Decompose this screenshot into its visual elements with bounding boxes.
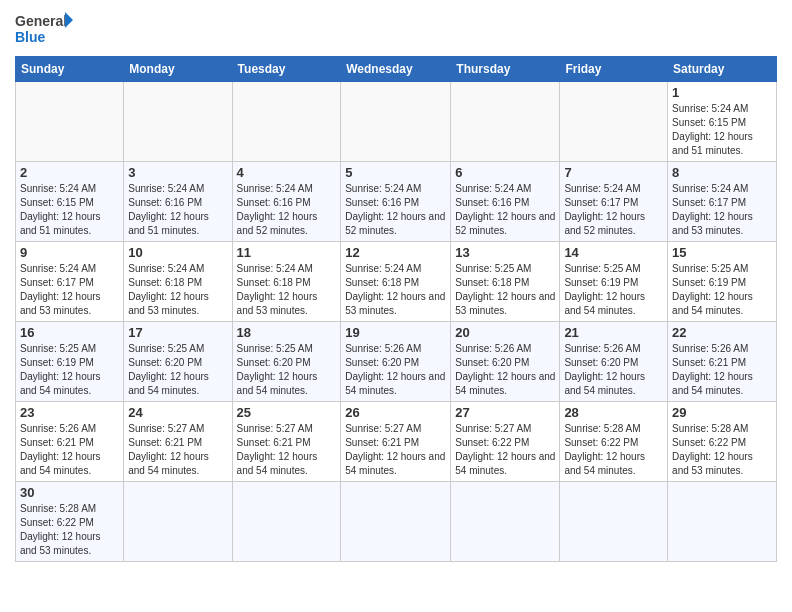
- calendar-cell: [232, 482, 341, 562]
- day-number: 25: [237, 405, 337, 420]
- day-number: 4: [237, 165, 337, 180]
- calendar-cell: 4Sunrise: 5:24 AM Sunset: 6:16 PM Daylig…: [232, 162, 341, 242]
- day-info: Sunrise: 5:24 AM Sunset: 6:15 PM Dayligh…: [20, 182, 119, 238]
- calendar-cell: 2Sunrise: 5:24 AM Sunset: 6:15 PM Daylig…: [16, 162, 124, 242]
- calendar-cell: 22Sunrise: 5:26 AM Sunset: 6:21 PM Dayli…: [668, 322, 777, 402]
- calendar-cell: [451, 482, 560, 562]
- day-number: 21: [564, 325, 663, 340]
- calendar-cell: [560, 82, 668, 162]
- day-info: Sunrise: 5:24 AM Sunset: 6:16 PM Dayligh…: [455, 182, 555, 238]
- day-info: Sunrise: 5:26 AM Sunset: 6:21 PM Dayligh…: [672, 342, 772, 398]
- day-info: Sunrise: 5:24 AM Sunset: 6:17 PM Dayligh…: [20, 262, 119, 318]
- calendar-cell: 23Sunrise: 5:26 AM Sunset: 6:21 PM Dayli…: [16, 402, 124, 482]
- day-info: Sunrise: 5:24 AM Sunset: 6:18 PM Dayligh…: [128, 262, 227, 318]
- day-info: Sunrise: 5:24 AM Sunset: 6:18 PM Dayligh…: [345, 262, 446, 318]
- weekday-header-tuesday: Tuesday: [232, 57, 341, 82]
- day-number: 3: [128, 165, 227, 180]
- day-info: Sunrise: 5:27 AM Sunset: 6:22 PM Dayligh…: [455, 422, 555, 478]
- day-number: 30: [20, 485, 119, 500]
- logo-svg: GeneralBlue: [15, 10, 75, 50]
- calendar-table: SundayMondayTuesdayWednesdayThursdayFrid…: [15, 56, 777, 562]
- calendar-cell: 3Sunrise: 5:24 AM Sunset: 6:16 PM Daylig…: [124, 162, 232, 242]
- day-number: 15: [672, 245, 772, 260]
- day-info: Sunrise: 5:25 AM Sunset: 6:19 PM Dayligh…: [672, 262, 772, 318]
- day-info: Sunrise: 5:27 AM Sunset: 6:21 PM Dayligh…: [128, 422, 227, 478]
- calendar-cell: [451, 82, 560, 162]
- day-info: Sunrise: 5:26 AM Sunset: 6:20 PM Dayligh…: [564, 342, 663, 398]
- weekday-header-friday: Friday: [560, 57, 668, 82]
- day-info: Sunrise: 5:28 AM Sunset: 6:22 PM Dayligh…: [672, 422, 772, 478]
- day-number: 11: [237, 245, 337, 260]
- calendar-cell: 24Sunrise: 5:27 AM Sunset: 6:21 PM Dayli…: [124, 402, 232, 482]
- day-number: 28: [564, 405, 663, 420]
- day-number: 22: [672, 325, 772, 340]
- calendar-cell: 30Sunrise: 5:28 AM Sunset: 6:22 PM Dayli…: [16, 482, 124, 562]
- day-number: 23: [20, 405, 119, 420]
- calendar-cell: 17Sunrise: 5:25 AM Sunset: 6:20 PM Dayli…: [124, 322, 232, 402]
- logo: GeneralBlue: [15, 10, 75, 50]
- day-number: 12: [345, 245, 446, 260]
- day-number: 9: [20, 245, 119, 260]
- day-info: Sunrise: 5:27 AM Sunset: 6:21 PM Dayligh…: [237, 422, 337, 478]
- day-info: Sunrise: 5:26 AM Sunset: 6:20 PM Dayligh…: [455, 342, 555, 398]
- calendar-header: SundayMondayTuesdayWednesdayThursdayFrid…: [16, 57, 777, 82]
- day-number: 29: [672, 405, 772, 420]
- calendar-cell: 14Sunrise: 5:25 AM Sunset: 6:19 PM Dayli…: [560, 242, 668, 322]
- day-info: Sunrise: 5:25 AM Sunset: 6:19 PM Dayligh…: [20, 342, 119, 398]
- day-number: 19: [345, 325, 446, 340]
- calendar-cell: [124, 482, 232, 562]
- weekday-header-wednesday: Wednesday: [341, 57, 451, 82]
- calendar-cell: 13Sunrise: 5:25 AM Sunset: 6:18 PM Dayli…: [451, 242, 560, 322]
- day-info: Sunrise: 5:24 AM Sunset: 6:15 PM Dayligh…: [672, 102, 772, 158]
- calendar-cell: [232, 82, 341, 162]
- calendar-cell: [124, 82, 232, 162]
- day-number: 16: [20, 325, 119, 340]
- calendar-cell: 15Sunrise: 5:25 AM Sunset: 6:19 PM Dayli…: [668, 242, 777, 322]
- day-info: Sunrise: 5:24 AM Sunset: 6:16 PM Dayligh…: [128, 182, 227, 238]
- calendar-cell: 19Sunrise: 5:26 AM Sunset: 6:20 PM Dayli…: [341, 322, 451, 402]
- day-info: Sunrise: 5:27 AM Sunset: 6:21 PM Dayligh…: [345, 422, 446, 478]
- day-info: Sunrise: 5:24 AM Sunset: 6:16 PM Dayligh…: [237, 182, 337, 238]
- day-number: 18: [237, 325, 337, 340]
- day-info: Sunrise: 5:25 AM Sunset: 6:19 PM Dayligh…: [564, 262, 663, 318]
- calendar-cell: 10Sunrise: 5:24 AM Sunset: 6:18 PM Dayli…: [124, 242, 232, 322]
- day-number: 8: [672, 165, 772, 180]
- calendar-cell: 25Sunrise: 5:27 AM Sunset: 6:21 PM Dayli…: [232, 402, 341, 482]
- calendar-cell: 27Sunrise: 5:27 AM Sunset: 6:22 PM Dayli…: [451, 402, 560, 482]
- weekday-header-monday: Monday: [124, 57, 232, 82]
- day-number: 6: [455, 165, 555, 180]
- calendar-cell: 8Sunrise: 5:24 AM Sunset: 6:17 PM Daylig…: [668, 162, 777, 242]
- day-info: Sunrise: 5:28 AM Sunset: 6:22 PM Dayligh…: [20, 502, 119, 558]
- day-number: 7: [564, 165, 663, 180]
- calendar-cell: 1Sunrise: 5:24 AM Sunset: 6:15 PM Daylig…: [668, 82, 777, 162]
- day-number: 27: [455, 405, 555, 420]
- day-number: 24: [128, 405, 227, 420]
- weekday-header-thursday: Thursday: [451, 57, 560, 82]
- weekday-header-saturday: Saturday: [668, 57, 777, 82]
- day-number: 2: [20, 165, 119, 180]
- day-number: 14: [564, 245, 663, 260]
- calendar-cell: 18Sunrise: 5:25 AM Sunset: 6:20 PM Dayli…: [232, 322, 341, 402]
- calendar-cell: 28Sunrise: 5:28 AM Sunset: 6:22 PM Dayli…: [560, 402, 668, 482]
- calendar-cell: [560, 482, 668, 562]
- svg-text:Blue: Blue: [15, 29, 46, 45]
- calendar-cell: [668, 482, 777, 562]
- calendar-cell: 5Sunrise: 5:24 AM Sunset: 6:16 PM Daylig…: [341, 162, 451, 242]
- day-number: 26: [345, 405, 446, 420]
- calendar-cell: 21Sunrise: 5:26 AM Sunset: 6:20 PM Dayli…: [560, 322, 668, 402]
- day-number: 10: [128, 245, 227, 260]
- day-info: Sunrise: 5:26 AM Sunset: 6:21 PM Dayligh…: [20, 422, 119, 478]
- day-info: Sunrise: 5:25 AM Sunset: 6:18 PM Dayligh…: [455, 262, 555, 318]
- calendar-cell: [16, 82, 124, 162]
- day-info: Sunrise: 5:25 AM Sunset: 6:20 PM Dayligh…: [128, 342, 227, 398]
- svg-marker-2: [65, 12, 73, 28]
- day-info: Sunrise: 5:26 AM Sunset: 6:20 PM Dayligh…: [345, 342, 446, 398]
- calendar-cell: 16Sunrise: 5:25 AM Sunset: 6:19 PM Dayli…: [16, 322, 124, 402]
- day-info: Sunrise: 5:25 AM Sunset: 6:20 PM Dayligh…: [237, 342, 337, 398]
- day-number: 1: [672, 85, 772, 100]
- calendar-cell: [341, 482, 451, 562]
- calendar-cell: 12Sunrise: 5:24 AM Sunset: 6:18 PM Dayli…: [341, 242, 451, 322]
- calendar-cell: [341, 82, 451, 162]
- calendar-cell: 29Sunrise: 5:28 AM Sunset: 6:22 PM Dayli…: [668, 402, 777, 482]
- calendar-cell: 7Sunrise: 5:24 AM Sunset: 6:17 PM Daylig…: [560, 162, 668, 242]
